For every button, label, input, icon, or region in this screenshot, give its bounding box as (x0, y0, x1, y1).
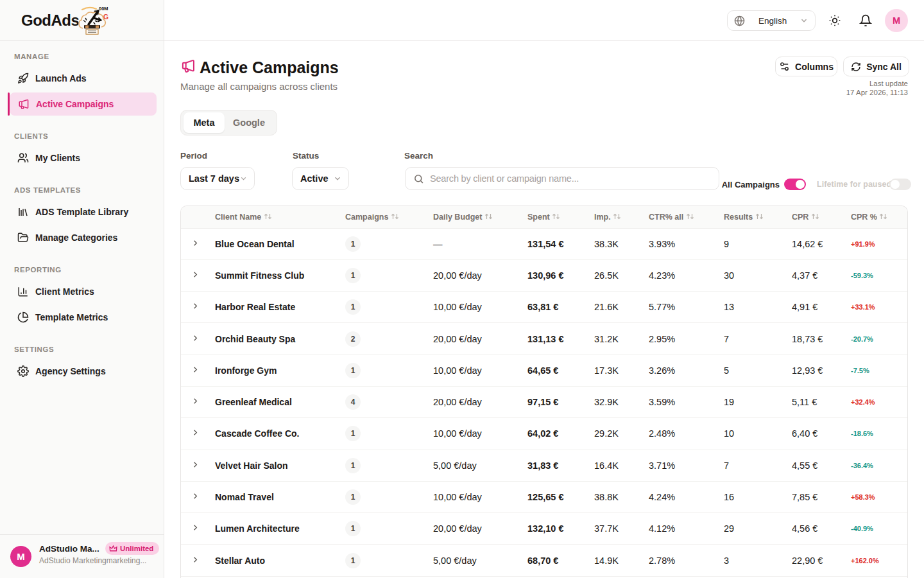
svg-text:00M: 00M (99, 6, 108, 12)
svg-text:G: G (103, 13, 108, 21)
